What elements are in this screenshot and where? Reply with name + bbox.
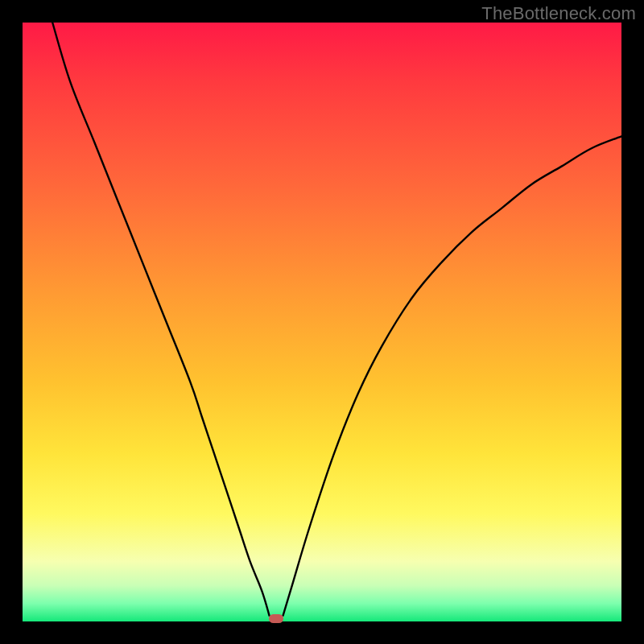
chart-frame: TheBottleneck.com <box>0 0 644 644</box>
bottleneck-curve <box>23 23 621 621</box>
watermark-text: TheBottleneck.com <box>481 3 636 24</box>
optimum-marker <box>269 614 283 623</box>
curve-right-branch <box>283 136 621 615</box>
plot-area <box>23 23 621 621</box>
curve-left-branch <box>52 23 269 616</box>
